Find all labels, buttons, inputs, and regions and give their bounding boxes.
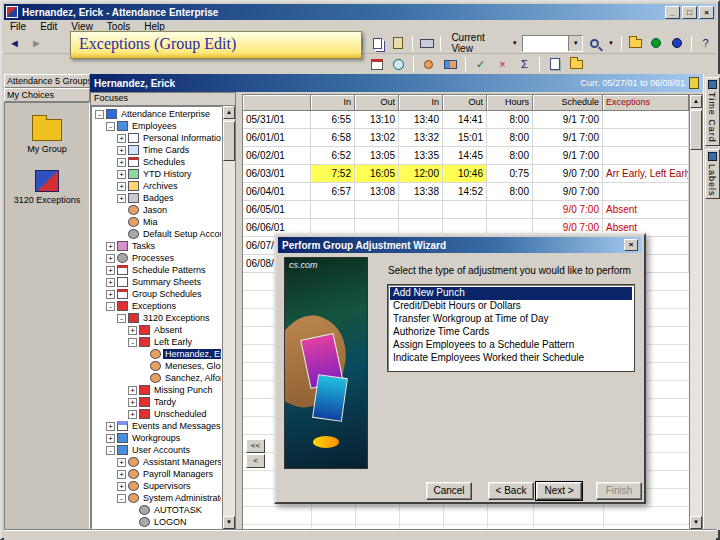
export-button[interactable] [566, 56, 587, 73]
maximize-button[interactable]: □ [682, 6, 697, 19]
tree-item[interactable]: Jason [92, 204, 221, 216]
tree-item[interactable]: Sanchez, Alfonso [92, 372, 221, 384]
tree-expander[interactable]: + [106, 254, 115, 263]
scroll-up-icon[interactable]: ▲ [223, 106, 235, 119]
tree-item[interactable]: - System Administrators [92, 492, 221, 504]
tree-expander[interactable]: + [128, 326, 137, 335]
tree-expander[interactable]: + [117, 482, 126, 491]
view-combo[interactable]: ▼ [522, 35, 584, 52]
tree-item[interactable]: + Workgroups [92, 432, 221, 444]
tree-item[interactable]: - Left Early [92, 336, 221, 348]
stop-monitor-button[interactable] [667, 35, 687, 52]
employee-button[interactable] [418, 56, 439, 73]
tree-item[interactable]: + Time Cards [92, 144, 221, 156]
scroll-down-icon[interactable]: ▼ [223, 516, 235, 529]
mail-button[interactable] [544, 56, 565, 73]
tree-item[interactable]: + Summary Sheets [92, 276, 221, 288]
tree-item[interactable]: + Group Schedules [92, 288, 221, 300]
wizard-option[interactable]: Transfer Workgroup at Time of Day [390, 313, 632, 326]
title-bar[interactable]: Hernandez, Erick - Attendance Enterprise… [4, 4, 716, 20]
tree-item[interactable]: + Personal Information [92, 132, 221, 144]
tree-expander[interactable]: + [128, 398, 137, 407]
help-button[interactable]: ? [696, 35, 716, 52]
tree-expander[interactable]: + [117, 458, 126, 467]
tree-item[interactable]: + Absent [92, 324, 221, 336]
wizard-option[interactable]: Credit/Debit Hours or Dollars [390, 300, 632, 313]
tree-scrollbar[interactable]: ▲ ▼ [222, 106, 235, 529]
tree-expander[interactable]: + [117, 170, 126, 179]
view-combo-dropdown-icon[interactable]: ▼ [568, 36, 582, 51]
tree-expander[interactable]: - [106, 446, 115, 455]
tree-item[interactable]: LOGON [92, 516, 221, 528]
column-header-exceptions[interactable]: Exceptions [603, 95, 689, 111]
tree-expander[interactable]: - [117, 494, 126, 503]
side-tab[interactable]: Labels [705, 149, 720, 200]
tree-expander[interactable]: + [128, 410, 137, 419]
adjustment-type-list[interactable]: Add New PunchCredit/Debit Hours or Dolla… [388, 285, 634, 371]
print-button[interactable] [417, 35, 437, 52]
focuses-header[interactable]: Focuses [91, 93, 235, 106]
tree-item[interactable]: Mia [92, 216, 221, 228]
scroll-track[interactable] [223, 161, 235, 516]
scroll-down-icon[interactable]: ▼ [690, 516, 702, 529]
table-scrollbar[interactable]: ▲ ▼ [689, 95, 702, 529]
wizard-option[interactable]: Indicate Employees Worked their Schedule [390, 352, 632, 365]
tree-expander[interactable]: + [106, 278, 115, 287]
pin-icon[interactable] [689, 77, 699, 89]
shortcut-item[interactable]: 3120 Exceptions [14, 170, 81, 205]
column-header-date[interactable] [243, 95, 311, 111]
tree-expander[interactable]: - [117, 314, 126, 323]
column-header-hours[interactable]: Hours [487, 95, 533, 111]
table-row[interactable]: 06/02/01 6:52 13:05 13:35 14:45 8:00 9/1… [243, 147, 689, 165]
group-button[interactable] [440, 56, 461, 73]
tree-item[interactable]: Meneses, Gloria [92, 360, 221, 372]
column-header-in2[interactable]: In [399, 95, 443, 111]
forward-button[interactable]: ► [26, 35, 47, 52]
tree-item[interactable]: + Supervisors [92, 480, 221, 492]
totals-button[interactable]: Σ [514, 56, 535, 73]
wizard-option[interactable]: Assign Employees to a Schedule Pattern [390, 339, 632, 352]
column-header-out2[interactable]: Out [443, 95, 487, 111]
table-row[interactable]: 05/31/01 6:55 13:10 13:40 14:41 8:00 9/1… [243, 111, 689, 129]
wizard-option[interactable]: Add New Punch [390, 287, 632, 300]
back-button[interactable]: ◄ [4, 35, 25, 52]
shortcut-item[interactable]: My Group [27, 119, 67, 154]
tree-item[interactable]: + Schedule Patterns [92, 264, 221, 276]
column-header-in1[interactable]: In [311, 95, 355, 111]
table-row[interactable]: 06/05/01 9/0 7:00 Absent [243, 201, 689, 219]
column-header-schedule[interactable]: Schedule [533, 95, 603, 111]
my-choices-bar[interactable]: My Choices [4, 88, 90, 102]
paste-button[interactable] [388, 35, 408, 52]
table-row[interactable]: 06/04/01 6:57 13:08 13:38 14:52 8:00 9/0… [243, 183, 689, 201]
tree-expander[interactable]: - [106, 302, 115, 311]
next-button[interactable]: Next > [536, 482, 582, 500]
tree-item[interactable]: - Exceptions [92, 300, 221, 312]
wizard-option[interactable]: Authorize Time Cards [390, 326, 632, 339]
start-monitor-button[interactable] [647, 35, 667, 52]
menu-item[interactable]: File [4, 21, 32, 32]
tree-item[interactable]: + Unscheduled [92, 408, 221, 420]
tree-item[interactable]: + Processes [92, 252, 221, 264]
scroll-up-icon[interactable]: ▲ [690, 95, 702, 108]
wizard-close-icon[interactable]: × [624, 239, 638, 251]
tree-expander[interactable]: - [95, 110, 104, 119]
first-record-button[interactable]: << [246, 439, 265, 453]
side-tab[interactable]: Time Card [705, 77, 720, 146]
tree-item[interactable]: - Employees [92, 120, 221, 132]
more-tools-dropdown[interactable]: ▼ [716, 35, 720, 51]
tree-expander[interactable]: + [117, 194, 126, 203]
tree-item[interactable]: + YTD History [92, 168, 221, 180]
tree-item[interactable]: + Missing Punch [92, 384, 221, 396]
calendar-button[interactable] [366, 56, 387, 73]
tree-expander[interactable]: - [128, 338, 137, 347]
tree-expander[interactable]: + [128, 386, 137, 395]
tree-item[interactable]: + Schedules [92, 156, 221, 168]
prev-record-button[interactable]: < [246, 454, 265, 468]
tree-item[interactable]: Default Setup Account [92, 228, 221, 240]
tree-item[interactable]: + Events and Messages [92, 420, 221, 432]
tree-item[interactable]: + Assistant Managers [92, 456, 221, 468]
tree-expander[interactable]: + [106, 422, 115, 431]
groups-panel-header[interactable]: Attendance 5 Groups [4, 74, 90, 88]
tree-expander[interactable]: + [106, 242, 115, 251]
cancel-button[interactable]: Cancel [426, 482, 472, 500]
